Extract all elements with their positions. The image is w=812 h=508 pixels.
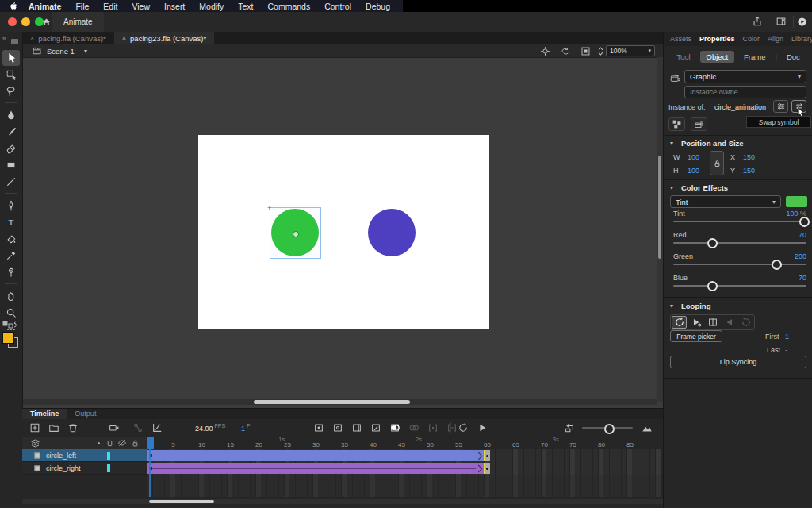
tab-color[interactable]: Color	[743, 35, 760, 43]
center-stage-icon[interactable]	[540, 46, 550, 56]
stage[interactable]: +	[198, 135, 489, 329]
blue-slider-knob[interactable]	[707, 281, 718, 291]
purple-circle-symbol[interactable]	[368, 209, 416, 256]
fps-indicator[interactable]: 24.00FPS	[195, 423, 225, 433]
insert-keyframe-icon[interactable]	[312, 421, 325, 434]
frame-picker-button[interactable]: Frame picker	[670, 330, 722, 342]
play-icon[interactable]	[476, 421, 488, 434]
show-column-icon[interactable]	[106, 439, 113, 448]
symbol-type-select[interactable]: Graphic ▾	[684, 70, 806, 83]
menu-item-file[interactable]: File	[68, 2, 96, 11]
selection-bounding-box[interactable]: +	[270, 207, 321, 259]
tint-slider-knob[interactable]	[799, 217, 810, 227]
layer-row-circle_right[interactable]: circle_right	[22, 462, 147, 475]
edit-symbol-properties-button[interactable]	[773, 100, 788, 113]
h-value[interactable]: 100	[688, 167, 699, 175]
line-tool-icon[interactable]	[2, 174, 20, 190]
layer-name[interactable]: circle_left	[46, 452, 76, 460]
insert-blank-keyframe-icon[interactable]	[331, 421, 344, 434]
blue-slider-value[interactable]: 70	[799, 274, 806, 282]
apple-menu-icon[interactable]	[10, 2, 18, 11]
lasso-tool-icon[interactable]	[2, 83, 20, 99]
lock-aspect-ratio-button[interactable]	[710, 151, 724, 175]
clip-content-icon[interactable]	[580, 46, 591, 56]
swap-colors-icon[interactable]	[2, 321, 18, 329]
zoom-level-select[interactable]: 100% ▾	[606, 45, 655, 56]
tween-span-circle_left[interactable]	[147, 450, 490, 461]
doc-tab-pacing[interactable]: × pacing.fla (Canvas)*	[22, 32, 114, 44]
frame-row-circle_left[interactable]	[147, 449, 661, 463]
menu-item-control[interactable]: Control	[317, 2, 358, 11]
reverse-loop-mode-icon[interactable]	[738, 316, 753, 329]
red-slider-knob[interactable]	[707, 238, 718, 248]
rectangle-tool-icon[interactable]	[2, 157, 20, 173]
menu-item-modify[interactable]: Modify	[192, 2, 231, 11]
home-icon[interactable]	[41, 17, 52, 27]
edit-multiple-frames-icon[interactable]	[427, 421, 439, 434]
single-frame-mode-icon[interactable]	[705, 316, 720, 329]
position-size-title[interactable]: Position and Size	[681, 139, 744, 148]
break-apart-button[interactable]	[668, 117, 685, 131]
timeline-ruler[interactable]: 5101520253035404550556065707580851s2s3s	[147, 437, 661, 450]
empty-frame-grid[interactable]	[147, 475, 661, 497]
classic-brush-tool-icon[interactable]	[2, 124, 20, 140]
looping-title[interactable]: Looping	[681, 302, 710, 310]
layer-name[interactable]: circle_right	[46, 464, 81, 472]
tab-timeline[interactable]: Timeline	[22, 409, 67, 419]
collapse-panel-icon[interactable]: «	[2, 34, 6, 42]
scene-name[interactable]: Scene 1	[47, 47, 75, 56]
menu-item-insert[interactable]: Insert	[157, 2, 192, 11]
instance-name-input[interactable]	[684, 86, 806, 98]
menu-item-edit[interactable]: Edit	[96, 2, 124, 11]
end-keyframe[interactable]	[485, 450, 490, 461]
menu-item-view[interactable]: View	[124, 2, 157, 11]
zoom-tool-icon[interactable]	[2, 305, 20, 321]
chevron-down-icon[interactable]: ▾	[84, 48, 87, 55]
current-frame-indicator[interactable]: 1F	[241, 423, 250, 433]
tab-align[interactable]: Align	[768, 35, 783, 43]
quick-share-play-icon[interactable]	[797, 17, 807, 27]
subtab-object[interactable]: Object	[700, 51, 734, 63]
pen-tool-icon[interactable]	[2, 198, 20, 214]
tab-output[interactable]: Output	[67, 409, 104, 419]
tab-library[interactable]: Library	[791, 35, 812, 43]
camera-icon[interactable]	[108, 421, 121, 434]
menu-item-animate[interactable]: Animate	[21, 2, 68, 11]
lock-layers-icon[interactable]	[131, 439, 140, 448]
menu-item-text[interactable]: Text	[231, 2, 260, 11]
vertical-scrollbar-thumb[interactable]	[658, 156, 661, 259]
fill-color-swatch[interactable]	[2, 332, 20, 349]
delete-layer-icon[interactable]	[67, 421, 79, 434]
green-slider-track[interactable]	[673, 264, 806, 265]
first-frame-value[interactable]: 1	[785, 333, 789, 341]
rotation-tool-icon[interactable]	[560, 46, 571, 56]
onion-outline-icon[interactable]	[408, 421, 420, 434]
paint-bucket-tool-icon[interactable]	[2, 231, 20, 247]
horizontal-scrollbar-track[interactable]	[22, 399, 657, 405]
timeline-zoom-slider[interactable]	[582, 427, 633, 429]
green-slider-value[interactable]: 200	[795, 252, 806, 260]
subtab-frame[interactable]: Frame	[744, 52, 765, 61]
timeline-scrollbar-thumb[interactable]	[149, 500, 214, 503]
menu-item-commands[interactable]: Commands	[261, 2, 318, 11]
loop-mode-icon[interactable]	[672, 316, 687, 329]
w-value[interactable]: 100	[688, 153, 699, 161]
green-slider-knob[interactable]	[772, 260, 782, 270]
share-icon[interactable]	[752, 16, 763, 27]
new-layer-icon[interactable]	[29, 421, 41, 434]
frame-row-circle_right[interactable]	[147, 462, 661, 475]
resize-timeline-icon[interactable]	[641, 421, 653, 434]
color-effects-title[interactable]: Color Effects	[681, 183, 728, 192]
close-tab-icon[interactable]: ×	[30, 34, 34, 42]
fill-color-box[interactable]	[2, 332, 14, 344]
timeline-scrollbar-track[interactable]	[22, 499, 663, 504]
vertical-scrollbar-track[interactable]	[657, 57, 663, 402]
workspace-tab-animate[interactable]: Animate	[52, 12, 104, 33]
minimize-window-button[interactable]	[21, 17, 30, 26]
close-tab-icon[interactable]: ×	[122, 34, 126, 42]
hide-layers-icon[interactable]	[117, 438, 127, 448]
layer-row-circle_left[interactable]: circle_left	[22, 449, 147, 462]
pin-symbol-button[interactable]	[691, 117, 707, 131]
text-tool-icon[interactable]: T	[2, 214, 20, 230]
eyedropper-tool-icon[interactable]	[2, 248, 20, 264]
